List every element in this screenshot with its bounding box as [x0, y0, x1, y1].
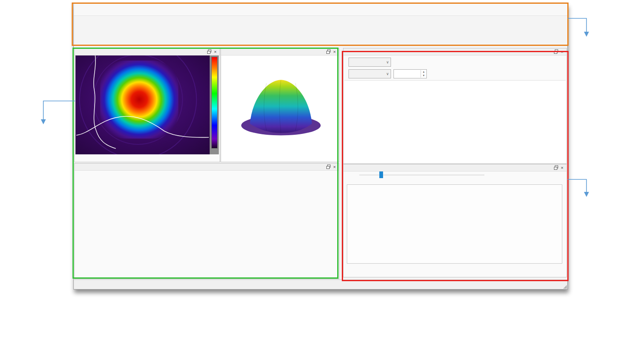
- font-size-slider[interactable]: [359, 174, 422, 176]
- data-curve-panel-header: ×: [75, 164, 339, 171]
- status-bar: [74, 280, 567, 289]
- resize-grip[interactable]: [563, 285, 567, 289]
- calc-results-table[interactable]: [344, 80, 566, 163]
- float-icon[interactable]: [206, 49, 212, 54]
- close-icon[interactable]: ×: [213, 49, 218, 54]
- stat-mode-select[interactable]: ∨: [348, 69, 391, 78]
- close-icon[interactable]: ×: [559, 165, 565, 170]
- chevron-down-icon: ∨: [386, 72, 389, 76]
- menu-bar: [74, 4, 567, 16]
- stat-count-stepper[interactable]: ▲▼: [393, 69, 427, 78]
- close-icon[interactable]: ×: [559, 49, 565, 54]
- data-curve-panel: ×: [74, 163, 339, 279]
- close-icon[interactable]: ×: [332, 164, 337, 169]
- stepper-arrows-icon[interactable]: ▲▼: [421, 70, 426, 78]
- annotation-arrow-top-right: [568, 16, 590, 38]
- spot-calc-panel-header: ×: [343, 48, 566, 55]
- float-icon[interactable]: [326, 164, 331, 169]
- close-icon[interactable]: ×: [332, 49, 337, 54]
- beam-image-area[interactable]: [75, 55, 219, 154]
- app-window: ×: [73, 3, 568, 290]
- spot-index-select[interactable]: ∨: [348, 58, 391, 67]
- beam-image: [75, 55, 210, 154]
- enhance-options-row: [347, 174, 422, 176]
- curve-legend: [302, 182, 338, 277]
- enhanced-display-panel: ×: [343, 164, 567, 277]
- enhanced-display-panel-header: ×: [343, 164, 566, 171]
- spot-display-panel: ×: [74, 48, 220, 162]
- spot-display-panel-header: ×: [75, 48, 220, 55]
- float-icon[interactable]: [553, 49, 559, 54]
- three-d-panel-header: ×: [221, 48, 339, 55]
- three-d-plot-area[interactable]: [222, 55, 338, 161]
- three-d-surface-plot: [222, 55, 338, 161]
- spot-calc-panel: × ∨ ∨ ▲▼: [343, 48, 567, 164]
- annotation-arrow-left: [39, 98, 76, 126]
- colorbar-strip: [210, 55, 219, 154]
- three-d-panel: ×: [221, 48, 339, 162]
- annotation-arrow-mid-right: [568, 177, 590, 199]
- data-curve-chart[interactable]: [75, 182, 301, 279]
- float-icon[interactable]: [326, 49, 331, 54]
- slider-handle[interactable]: [379, 171, 383, 178]
- calc-controls-row-2: ∨ ▲▼: [346, 69, 427, 78]
- page: ×: [0, 0, 644, 340]
- colorbar: [211, 57, 218, 149]
- calc-controls-row-1: ∨: [346, 58, 393, 67]
- chevron-down-icon: ∨: [386, 60, 389, 64]
- float-icon[interactable]: [553, 165, 559, 170]
- readout-box: [347, 184, 562, 264]
